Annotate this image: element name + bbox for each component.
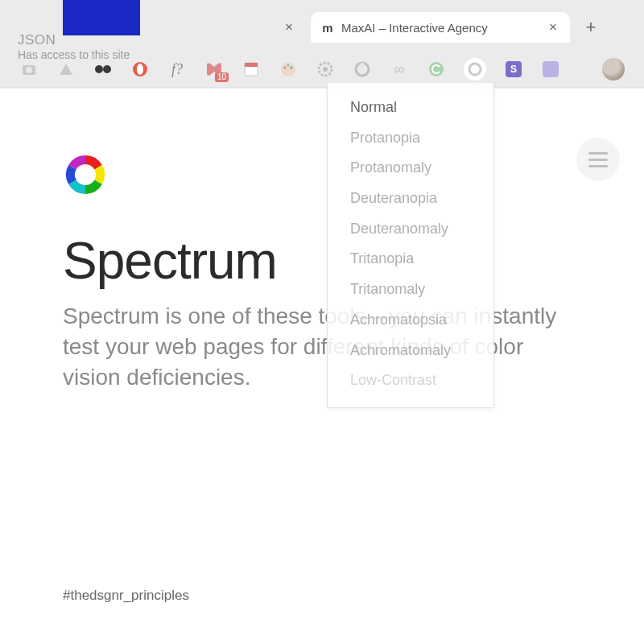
hashtag-text: #thedsgnr_principles	[63, 588, 189, 604]
page-title: Spectrum	[63, 234, 581, 288]
dropdown-item-achromatomaly[interactable]: Achromatomaly	[328, 336, 493, 366]
loop-icon[interactable]: ∞	[390, 60, 409, 79]
close-icon[interactable]: ×	[282, 20, 296, 35]
square-icon[interactable]	[541, 60, 560, 79]
palette-icon[interactable]	[279, 60, 298, 79]
tab-active[interactable]: m MaxAI – Interactive Agency ×	[311, 12, 570, 43]
svg-point-11	[287, 64, 290, 67]
dropdown-item-tritanopia[interactable]: Tritanopia	[328, 244, 493, 275]
dropdown-item-deuteranomaly[interactable]: Deuteranomaly	[328, 214, 493, 245]
page-description: Spectrum is one of these tools—you can i…	[63, 301, 581, 392]
svg-point-1	[26, 67, 32, 73]
meet-icon[interactable]	[204, 60, 224, 79]
dropdown-item-low-contrast[interactable]: Low-Contrast	[328, 365, 493, 396]
divider	[0, 87, 644, 88]
font-icon[interactable]: f?	[167, 60, 187, 79]
hamburger-line	[588, 152, 608, 155]
gear-icon[interactable]	[316, 60, 335, 79]
tab-title: MaxAI – Interactive Agency	[341, 21, 546, 35]
dropdown-item-protanopia[interactable]: Protanopia	[328, 123, 493, 154]
avatar[interactable]	[602, 58, 625, 80]
stripe-icon[interactable]: S	[504, 60, 523, 79]
new-tab-button[interactable]: +	[580, 16, 602, 39]
close-icon[interactable]: ×	[546, 20, 560, 35]
overlay-square	[63, 0, 140, 35]
extension-access-text: Has access to this site	[18, 48, 156, 61]
dropdown-item-deuteranopia[interactable]: Deuteranopia	[328, 184, 493, 214]
dropdown-item-achromatopsia[interactable]: Achromatopsia	[328, 305, 493, 336]
hamburger-line	[588, 159, 608, 161]
menu-button[interactable]	[576, 138, 620, 181]
color-vision-dropdown[interactable]: Normal Protanopia Protanomaly Deuteranop…	[327, 83, 494, 408]
hamburger-line	[588, 165, 608, 167]
svg-point-18	[469, 64, 481, 75]
svg-point-12	[291, 67, 293, 69]
svg-point-10	[284, 67, 287, 69]
grammarly-icon[interactable]	[427, 60, 446, 79]
spectrum-logo-icon	[63, 152, 108, 197]
svg-rect-8	[245, 63, 258, 67]
dropdown-item-normal[interactable]: Normal	[328, 93, 493, 123]
calendar-icon[interactable]	[242, 60, 261, 79]
google-icon[interactable]	[464, 58, 486, 80]
dropdown-item-protanomaly[interactable]: Protanomaly	[328, 153, 493, 184]
spectrum-ext-icon[interactable]	[353, 60, 372, 79]
svg-rect-21	[543, 61, 559, 77]
svg-text:S: S	[510, 64, 517, 75]
dropdown-item-tritanomaly[interactable]: Tritanomaly	[328, 275, 493, 305]
svg-point-17	[429, 62, 444, 76]
page-content: Spectrum Spectrum is one of these tools—…	[0, 88, 644, 644]
svg-point-14	[323, 67, 328, 72]
tab-favicon: m	[320, 20, 335, 35]
svg-rect-16	[361, 63, 364, 66]
